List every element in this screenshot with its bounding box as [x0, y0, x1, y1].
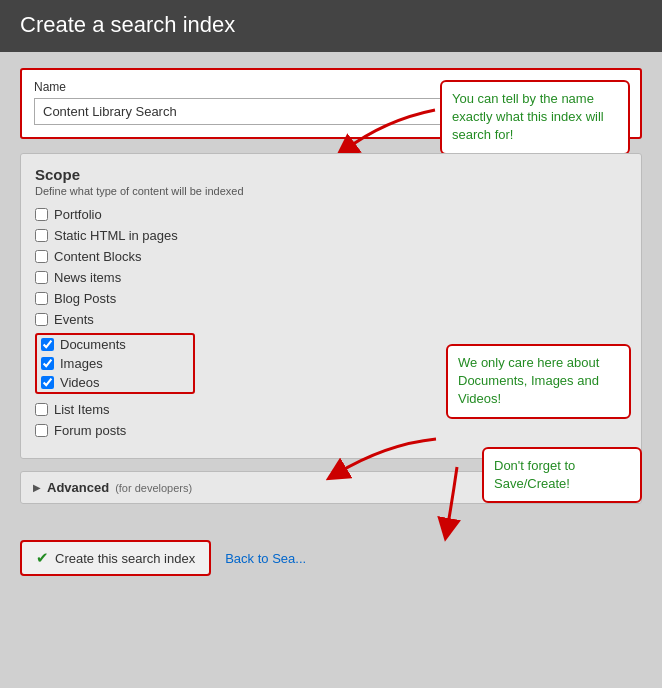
- checkbox-forum-posts: Forum posts: [35, 423, 627, 438]
- checkbox-news-items: News items: [35, 270, 627, 285]
- checkbox-images: Images: [41, 356, 189, 371]
- checkbox-list-items-label: List Items: [54, 402, 110, 417]
- checkbox-blog-posts: Blog Posts: [35, 291, 627, 306]
- checkbox-events: Events: [35, 312, 627, 327]
- annotation-name-text: You can tell by the name exactly what th…: [452, 91, 604, 142]
- check-icon: ✔: [36, 549, 49, 567]
- checkbox-videos-input[interactable]: [41, 376, 54, 389]
- checkbox-forum-posts-input[interactable]: [35, 424, 48, 437]
- checkbox-content-blocks-input[interactable]: [35, 250, 48, 263]
- checkbox-portfolio-input[interactable]: [35, 208, 48, 221]
- checkbox-documents-label: Documents: [60, 337, 126, 352]
- bottom-bar: ✔ Create this search index Back to Sea..…: [0, 532, 662, 584]
- checkbox-documents-input[interactable]: [41, 338, 54, 351]
- annotation-scope-text: We only care here about Documents, Image…: [458, 355, 599, 406]
- checkbox-news-items-input[interactable]: [35, 271, 48, 284]
- scope-title: Scope: [35, 166, 627, 183]
- checkbox-videos: Videos: [41, 375, 189, 390]
- checkbox-images-label: Images: [60, 356, 103, 371]
- checkbox-content-blocks-label: Content Blocks: [54, 249, 141, 264]
- scope-section: Scope Define what type of content will b…: [20, 153, 642, 459]
- advanced-label: Advanced: [47, 480, 109, 495]
- annotation-scope-bubble: We only care here about Documents, Image…: [446, 344, 631, 419]
- checkbox-portfolio: Portfolio: [35, 207, 627, 222]
- annotation-bottom-bubble: Don't forget to Save/Create!: [482, 447, 642, 503]
- checkbox-blog-posts-input[interactable]: [35, 292, 48, 305]
- create-search-index-button[interactable]: ✔ Create this search index: [20, 540, 211, 576]
- checkbox-blog-posts-label: Blog Posts: [54, 291, 116, 306]
- checkbox-documents: Documents: [41, 337, 189, 352]
- checkbox-portfolio-label: Portfolio: [54, 207, 102, 222]
- advanced-arrow-icon: ▶: [33, 482, 41, 493]
- checkbox-static-html: Static HTML in pages: [35, 228, 627, 243]
- checkbox-events-label: Events: [54, 312, 94, 327]
- checkbox-forum-posts-label: Forum posts: [54, 423, 126, 438]
- checkbox-videos-label: Videos: [60, 375, 100, 390]
- checkbox-content-blocks: Content Blocks: [35, 249, 627, 264]
- checkbox-news-items-label: News items: [54, 270, 121, 285]
- annotation-bottom-text: Don't forget to Save/Create!: [494, 458, 575, 491]
- advanced-sublabel: (for developers): [115, 482, 192, 494]
- page-title: Create a search index: [20, 12, 235, 37]
- scope-subtitle: Define what type of content will be inde…: [35, 185, 627, 197]
- checkbox-static-html-input[interactable]: [35, 229, 48, 242]
- page-header: Create a search index: [0, 0, 662, 52]
- checkbox-list-items-input[interactable]: [35, 403, 48, 416]
- checkbox-static-html-label: Static HTML in pages: [54, 228, 178, 243]
- page-wrapper: Create a search index Name You can tell …: [0, 0, 662, 584]
- checkbox-images-input[interactable]: [41, 357, 54, 370]
- checkbox-events-input[interactable]: [35, 313, 48, 326]
- name-section: Name You can tell by the name exactly wh…: [20, 68, 642, 139]
- annotation-name-bubble: You can tell by the name exactly what th…: [440, 80, 630, 155]
- create-button-label: Create this search index: [55, 551, 195, 566]
- back-to-search-link[interactable]: Back to Sea...: [225, 551, 306, 566]
